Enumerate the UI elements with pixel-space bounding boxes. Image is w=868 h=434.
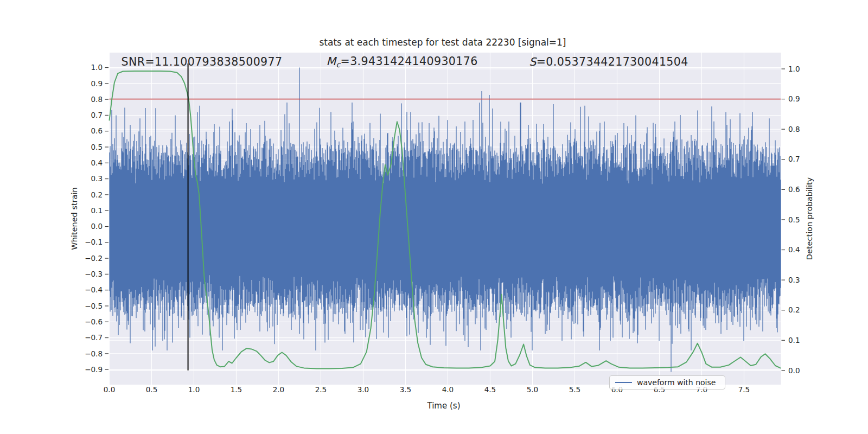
y-left-tick-label: 0.5 — [91, 143, 103, 151]
y-right-tick-label: 0.8 — [788, 125, 800, 133]
annotation-snr-label: SNR — [122, 55, 145, 68]
legend-entry-label: waveform with noise — [637, 378, 716, 387]
y-right-tick-label: 1.0 — [788, 65, 800, 73]
y-right-tick-label: 0.2 — [788, 305, 800, 314]
figure: 1.00.90.80.70.60.50.40.30.20.10.0−0.1−0.… — [0, 0, 868, 434]
y-left-tick-label: −0.8 — [85, 349, 103, 358]
annotation-significance-value: =0.053734421730041504 — [537, 55, 688, 68]
y-left-tick-label: −0.4 — [85, 285, 103, 294]
annotation-snr-value: =11.100793838500977 — [145, 55, 282, 68]
y-right-tick-label: 0.4 — [788, 245, 800, 254]
x-axis-label: Time (s) — [427, 401, 461, 411]
x-tick-label: 0.0 — [104, 385, 115, 394]
y-left-tick-label: 0.0 — [91, 222, 103, 231]
y-right-tick-label: 0.1 — [788, 336, 800, 344]
y-left-tick-label: 0.1 — [91, 206, 103, 215]
x-tick-label: 1.0 — [188, 385, 200, 394]
y-left-tick-label: −0.1 — [85, 238, 103, 246]
annotation-chirp-mass: Mc=3.9431424140930176 — [326, 55, 477, 69]
y-right-tick-label: 0.0 — [788, 366, 800, 375]
x-tick-label: 3.5 — [400, 385, 411, 394]
y-left-tick-label: −0.2 — [85, 254, 103, 263]
x-tick-label: 4.0 — [442, 385, 454, 394]
annotation-snr: SNR=11.100793838500977 — [122, 55, 283, 68]
x-tick-label: 5.0 — [527, 385, 538, 394]
y-left-tick-label: 1.0 — [91, 63, 103, 72]
annotation-chirp-mass-symbol: M — [326, 55, 336, 68]
x-tick-label: 1.5 — [231, 385, 242, 394]
x-tick-label: 2.0 — [273, 385, 284, 394]
x-tick-label: 3.0 — [358, 385, 369, 394]
legend: waveform with noise — [609, 375, 725, 390]
y-left-tick-label: −0.6 — [85, 317, 103, 326]
y-right-tick-label: 0.7 — [788, 155, 800, 163]
x-tick-label: 4.5 — [484, 385, 496, 394]
y-right-tick-label: 0.5 — [788, 215, 800, 224]
annotation-chirp-mass-subscript: c — [336, 60, 340, 69]
y-left-tick-label: −0.7 — [85, 333, 103, 342]
y-left-tick-label: −0.9 — [85, 365, 103, 374]
annotation-significance: S=0.053734421730041504 — [529, 55, 688, 68]
y-left-tick-label: 0.2 — [91, 190, 103, 199]
x-tick-label: 0.5 — [146, 385, 157, 394]
y-left-tick-label: 0.7 — [91, 111, 103, 119]
y-right-tick-label: 0.3 — [788, 276, 800, 284]
chart-title: stats at each timestep for test data 222… — [320, 37, 566, 48]
annotation-chirp-mass-value: =3.9431424140930176 — [341, 55, 478, 68]
x-tick-label: 2.5 — [315, 385, 327, 394]
x-tick-label: 7.5 — [738, 385, 750, 394]
y-right-tick-label: 0.9 — [788, 94, 800, 103]
y-left-tick-label: 0.9 — [91, 79, 103, 88]
y-right-tick-label: 0.6 — [788, 185, 800, 194]
y-left-tick-label: 0.4 — [91, 158, 103, 167]
y-axis-label-left: Whitened strain — [70, 187, 79, 250]
y-left-tick-label: 0.8 — [91, 95, 103, 104]
y-left-tick-label: −0.3 — [85, 270, 103, 278]
y-axis-label-right: Detection probability — [805, 177, 814, 260]
y-left-tick-label: −0.5 — [85, 302, 103, 310]
y-left-tick-label: 0.3 — [91, 174, 103, 183]
legend-line-swatch — [615, 382, 632, 383]
x-tick-label: 5.5 — [569, 385, 580, 394]
y-left-tick-label: 0.6 — [91, 126, 103, 135]
annotation-significance-symbol: S — [529, 55, 536, 68]
